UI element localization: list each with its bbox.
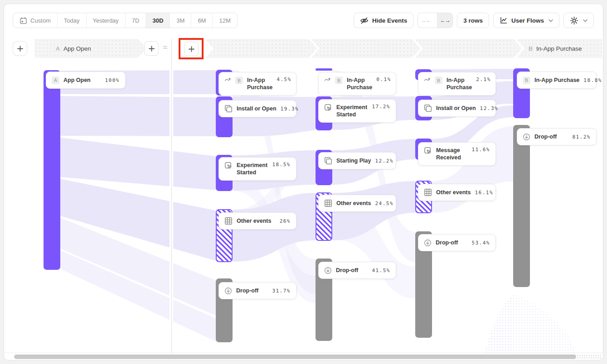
date-range-7d[interactable]: 7D [126, 13, 146, 28]
trend-arrow-icon [324, 77, 331, 83]
node-value: 4.5% [277, 77, 291, 82]
dropoff-icon [424, 239, 432, 247]
date-range-30d[interactable]: 30D [146, 13, 170, 28]
date-range-3m[interactable]: 3M [170, 13, 191, 28]
node-value: 18.5% [272, 162, 291, 168]
step-label: In-App Purchase [536, 45, 582, 52]
rows-button[interactable]: 3 rows [457, 13, 489, 28]
view-selector-button[interactable]: User Flows [493, 13, 559, 28]
flow-node-in-app-purchase[interactable]: BIn-App Purchase4.5% [219, 72, 296, 96]
date-range-label: Custom [30, 17, 51, 24]
flow-node-other-events[interactable]: Other events24.5% [318, 195, 396, 212]
flow-bar-in-app-purchase[interactable] [316, 68, 332, 71]
column-width-toggle: →← ←→ [418, 13, 453, 28]
layers-icon [324, 157, 332, 165]
dropoff-icon [224, 287, 232, 295]
dropoff-icon [523, 133, 530, 141]
node-value: 19.3% [281, 106, 299, 112]
node-label: Drop-off [236, 287, 258, 294]
step-band-empty-2[interactable] [311, 39, 420, 58]
node-label: Drop-off [534, 133, 557, 140]
node-value: 24.5% [375, 201, 393, 206]
flow-node-drop-off[interactable]: Drop-off53.4% [418, 234, 496, 251]
flow-node-message-received[interactable]: Message Received11.6% [418, 142, 496, 166]
date-range-selector: CustomTodayYesterday7D30D3M6M12M [13, 13, 238, 28]
toolbar: CustomTodayYesterday7D30D3M6M12M Hide Ev… [4, 13, 603, 28]
dropoff-icon [324, 267, 332, 274]
node-label: Experiment Started [336, 104, 368, 119]
click-icon [224, 162, 233, 170]
node-value: 17.2% [372, 104, 390, 110]
node-value: 26% [280, 218, 291, 224]
date-range-label: 6M [198, 17, 206, 24]
click-icon [424, 147, 432, 155]
add-step-middle-button[interactable] [144, 41, 159, 56]
node-label: Other events [336, 200, 371, 207]
step-badge: B [235, 77, 243, 84]
flow-node-install-or-open[interactable]: Install or Open19.3% [219, 100, 296, 117]
flow-bar-app-open[interactable] [44, 70, 60, 270]
step-label: App Open [63, 45, 91, 52]
node-label: Message Received [436, 147, 467, 162]
flow-node-other-events[interactable]: Other events26% [219, 212, 296, 230]
step-badge: B [335, 77, 343, 84]
node-label: Experiment Started [237, 162, 268, 177]
chevron-down-icon [583, 19, 588, 22]
collapse-columns-button[interactable]: →← [418, 13, 433, 28]
node-label: In-App Purchase [347, 77, 372, 91]
flow-node-other-events[interactable]: Other events16.1% [418, 184, 496, 201]
date-range-today[interactable]: Today [58, 13, 87, 28]
view-selector-label: User Flows [511, 17, 544, 24]
step-band-empty-3[interactable] [415, 39, 522, 58]
flow-node-drop-off[interactable]: Drop-off31.7% [219, 282, 296, 299]
flow-bar-drop-off[interactable] [513, 125, 530, 287]
node-value: 16.1% [475, 190, 493, 196]
step-band-app-open[interactable]: A App Open [34, 39, 146, 58]
node-value: 0.1% [376, 77, 391, 82]
flow-node-app-open[interactable]: AApp Open100% [46, 72, 126, 89]
step-letter: B [529, 45, 533, 52]
date-range-yesterday[interactable]: Yesterday [87, 13, 126, 28]
flow-node-in-app-purchase[interactable]: BIn-App Purchase2.1% [418, 72, 496, 96]
date-range-6m[interactable]: 6M [191, 13, 213, 28]
flow-node-in-app-purchase[interactable]: BIn-App Purchase0.1% [318, 72, 396, 96]
expand-columns-button[interactable]: ←→ [437, 13, 452, 28]
grid-icon [424, 188, 432, 196]
chevron-down-icon [549, 19, 553, 22]
node-value: 53.4% [471, 240, 490, 246]
step-band-in-app-purchase[interactable]: B In-App Purchase [516, 39, 602, 58]
hide-events-button[interactable]: Hide Events [354, 13, 413, 28]
node-label: Starting Play [336, 157, 371, 164]
trend-arrow-icon [424, 77, 431, 83]
flow-node-drop-off[interactable]: Drop-off41.5% [318, 262, 396, 279]
settings-button[interactable] [563, 13, 594, 28]
date-range-label: 7D [132, 17, 140, 24]
step-band-empty-1[interactable] [205, 39, 317, 58]
approx-icon: ≈ [163, 43, 167, 53]
add-step-before-button[interactable] [13, 41, 27, 56]
date-range-12m[interactable]: 12M [213, 13, 237, 28]
node-label: Drop-off [436, 239, 458, 246]
flow-node-in-app-purchase[interactable]: BIn-App Purchase18.8% [517, 72, 597, 89]
node-label: Other events [436, 189, 471, 196]
flow-node-experiment-started[interactable]: Experiment Started18.5% [219, 157, 296, 181]
gear-icon [570, 16, 578, 25]
line-chart-icon [500, 16, 508, 24]
flow-node-starting-play[interactable]: Starting Play12.2% [318, 152, 396, 169]
step-badge: B [523, 77, 530, 84]
add-step-highlighted-button[interactable] [184, 42, 199, 56]
node-value: 81.2% [572, 134, 591, 140]
scrollbar-thumb[interactable] [14, 354, 576, 359]
node-value: 100% [105, 77, 120, 83]
node-value: 11.6% [471, 147, 490, 153]
click-icon [324, 104, 332, 112]
eye-off-icon [360, 16, 369, 25]
flow-node-drop-off[interactable]: Drop-off81.2% [517, 128, 597, 145]
hide-events-label: Hide Events [372, 17, 407, 24]
date-range-custom[interactable]: Custom [13, 13, 58, 28]
node-label: In-App Purchase [247, 77, 272, 91]
horizontal-scrollbar [4, 353, 603, 360]
flow-node-experiment-started[interactable]: Experiment Started17.2% [318, 99, 396, 123]
date-range-label: 12M [219, 17, 230, 24]
flow-node-install-or-open[interactable]: Install or Open12.3% [418, 100, 496, 117]
